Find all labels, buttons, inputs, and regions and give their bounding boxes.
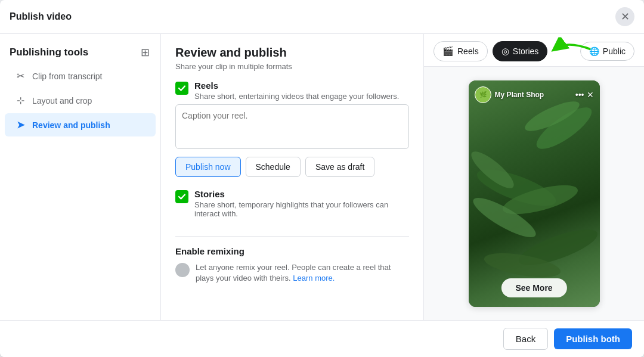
preview-tabs: 🎬 Reels ◎ Stories: [424, 34, 644, 67]
save-as-draft-button[interactable]: Save as draft: [305, 157, 375, 177]
clip-icon: ✂: [14, 70, 26, 82]
schedule-button[interactable]: Schedule: [246, 157, 301, 177]
video-card: 🌿 My Plant Shop ••• ✕ See More: [469, 80, 600, 307]
remixing-toggle[interactable]: [175, 263, 190, 277]
publish-actions: Publish now Schedule Save as draft: [175, 157, 409, 177]
video-user: 🌿 My Plant Shop: [475, 86, 544, 103]
modal-body: Publishing tools ⊞ ✂ Clip from transcrip…: [0, 34, 644, 320]
stories-checkbox[interactable]: [175, 190, 188, 203]
avatar: 🌿: [475, 86, 491, 103]
arrow-indicator: [549, 38, 596, 63]
see-more-button[interactable]: See More: [501, 278, 566, 297]
stories-name: Stories: [194, 189, 409, 199]
sidebar-item-layout-and-crop[interactable]: ⊹ Layout and crop: [5, 89, 156, 112]
publish-both-button[interactable]: Publish both: [554, 328, 632, 349]
sidebar-item-label: Review and publish: [32, 120, 110, 130]
sidebar: Publishing tools ⊞ ✂ Clip from transcrip…: [0, 34, 161, 320]
sidebar-item-review-and-publish[interactable]: ➤ Review and publish: [5, 113, 156, 136]
video-username: My Plant Shop: [495, 91, 544, 99]
reels-header: Reels Share short, entertaining videos t…: [175, 80, 409, 101]
stories-block: Stories Share short, temporary highlight…: [175, 189, 409, 222]
reels-tab-icon: 🎬: [442, 46, 454, 57]
stories-tab-icon: ◎: [501, 46, 509, 57]
reels-tab-label: Reels: [457, 46, 479, 56]
sidebar-section-title: Publishing tools ⊞: [0, 39, 160, 64]
arrow-icon: ➤: [14, 119, 26, 131]
video-header-actions: ••• ✕: [575, 90, 594, 100]
reels-name: Reels: [194, 80, 399, 91]
close-icon: ✕: [621, 10, 630, 23]
tab-reels[interactable]: 🎬 Reels: [434, 41, 488, 61]
remixing-description: Let anyone remix your reel. People can c…: [196, 262, 409, 284]
reels-info: Reels Share short, entertaining videos t…: [194, 80, 399, 101]
sidebar-item-label: Layout and crop: [32, 96, 92, 105]
reels-checkbox[interactable]: [175, 82, 188, 95]
section-title: Review and publish: [175, 46, 409, 60]
video-header: 🌿 My Plant Shop ••• ✕: [475, 86, 594, 103]
remixing-title: Enable remixing: [175, 246, 409, 256]
close-video-icon[interactable]: ✕: [587, 90, 594, 100]
remixing-row: Let anyone remix your reel. People can c…: [175, 262, 409, 284]
tab-stories[interactable]: ◎ Stories: [493, 41, 548, 61]
section-subtitle: Share your clip in multiple formats: [175, 62, 409, 71]
remixing-learn-more-link[interactable]: Learn more.: [293, 274, 335, 283]
grid-icon: ⊞: [141, 46, 150, 58]
reels-description: Share short, entertaining videos that en…: [194, 92, 399, 101]
back-button[interactable]: Back: [503, 328, 548, 350]
close-button[interactable]: ✕: [615, 7, 634, 26]
reels-caption-textarea[interactable]: [175, 104, 409, 149]
stories-description: Share short, temporary highlights that y…: [194, 200, 409, 218]
stories-header: Stories Share short, temporary highlight…: [175, 189, 409, 218]
stories-info: Stories Share short, temporary highlight…: [194, 189, 409, 218]
enable-remixing-section: Enable remixing Let anyone remix your re…: [175, 236, 409, 284]
preview-panel: 🎬 Reels ◎ Stories: [423, 34, 644, 320]
sidebar-grid-button[interactable]: ⊞: [140, 45, 151, 60]
reels-block: Reels Share short, entertaining videos t…: [175, 80, 409, 177]
modal-footer: Back Publish both: [0, 320, 644, 357]
modal-container: Publish video ✕ Publishing tools ⊞ ✂ Cli…: [0, 0, 644, 357]
crop-icon: ⊹: [14, 95, 26, 106]
sidebar-item-clip-from-transcript[interactable]: ✂ Clip from transcript: [5, 64, 156, 88]
main-content: Review and publish Share your clip in mu…: [161, 34, 423, 320]
modal-title: Publish video: [10, 11, 72, 22]
publish-now-button[interactable]: Publish now: [175, 157, 241, 177]
more-options-icon[interactable]: •••: [575, 90, 584, 100]
stories-tab-label: Stories: [513, 46, 539, 56]
sidebar-item-label: Clip from transcript: [32, 72, 102, 81]
modal-header: Publish video ✕: [0, 0, 644, 34]
preview-video-area: 🌿 My Plant Shop ••• ✕ See More: [424, 67, 644, 320]
